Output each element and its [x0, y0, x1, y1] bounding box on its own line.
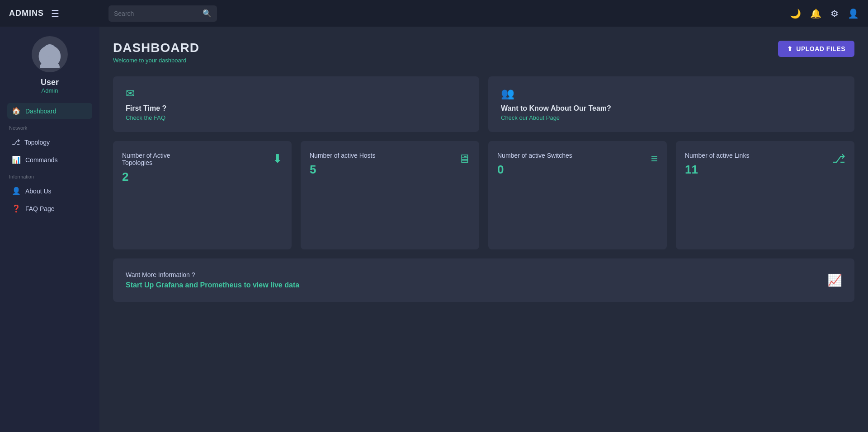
dashboard-title: DASHBOARD [113, 41, 199, 55]
dashboard-header: DASHBOARD Welcome to your dashboard ⬆ UP… [113, 41, 854, 64]
commands-icon: 📊 [12, 155, 21, 164]
about-team-title: Want to Know About Our Team? [501, 104, 842, 113]
chart-icon: 📈 [827, 273, 842, 287]
user-role: Admin [42, 87, 58, 94]
active-switches-label: Number of active Switches [497, 152, 574, 159]
upload-icon: ⬆ [787, 45, 793, 52]
hamburger-icon[interactable]: ☰ [51, 8, 59, 19]
topbar: ADMINS ☰ 🔍 🌙 🔔 ⚙ 👤 [0, 0, 868, 27]
faq-page-label: FAQ Page [25, 205, 55, 212]
active-links-icon: ⎇ [832, 152, 845, 166]
svg-point-1 [40, 61, 60, 68]
dashboard-title-block: DASHBOARD Welcome to your dashboard [113, 41, 199, 64]
dashboard-subtitle: Welcome to your dashboard [113, 57, 199, 64]
faq-page-icon: ❓ [12, 204, 21, 213]
topology-icon: ⎇ [12, 138, 20, 146]
sidebar: ⬤ User Admin 🏠 DashboardNetwork⎇ Topolog… [0, 27, 99, 432]
active-switches-value: 0 [497, 163, 658, 177]
about-us-icon: 👤 [12, 187, 21, 195]
moon-icon[interactable]: 🌙 [790, 8, 801, 19]
bottom-card-link[interactable]: Start Up Grafana and Prometheus to view … [126, 281, 299, 289]
search-wrapper: 🔍 [108, 5, 217, 22]
active-topologies-icon: ⬇ [273, 152, 283, 166]
commands-label: Commands [25, 156, 58, 164]
team-icon: 👥 [501, 87, 842, 100]
active-hosts-card[interactable]: Number of active Hosts 5 🖥 [301, 141, 479, 249]
stats-row: Number of Active Topologies 2 ⬇ Number o… [113, 141, 854, 249]
info-cards-row: ✉ First Time ? Check the FAQ 👥 Want to K… [113, 76, 854, 132]
main-layout: ⬤ User Admin 🏠 DashboardNetwork⎇ Topolog… [0, 27, 868, 432]
active-links-card[interactable]: Number of active Links 11 ⎇ [676, 141, 854, 249]
about-us-label: About Us [25, 188, 52, 195]
main-content: DASHBOARD Welcome to your dashboard ⬆ UP… [99, 27, 868, 432]
sidebar-item-topology[interactable]: ⎇ Topology [7, 134, 92, 150]
user-name: User [41, 78, 59, 87]
svg-point-0 [43, 44, 56, 57]
active-topologies-card[interactable]: Number of Active Topologies 2 ⬇ [113, 141, 292, 249]
bottom-card-text: Want More Information ? Start Up Grafana… [126, 271, 299, 289]
dashboard-label: Dashboard [25, 108, 57, 115]
active-switches-icon: ≡ [651, 152, 658, 166]
about-team-link[interactable]: Check our About Page [501, 114, 842, 121]
active-hosts-icon: 🖥 [458, 152, 470, 166]
active-switches-card[interactable]: Number of active Switches 0 ≡ [488, 141, 667, 249]
bell-icon[interactable]: 🔔 [810, 8, 821, 19]
active-hosts-value: 5 [310, 163, 470, 177]
avatar: ⬤ [32, 36, 68, 72]
active-topologies-value: 2 [122, 170, 283, 184]
brand-title: ADMINS [9, 9, 44, 18]
sidebar-item-dashboard[interactable]: 🏠 Dashboard [7, 103, 92, 119]
active-links-value: 11 [685, 163, 845, 177]
sidebar-nav: 🏠 DashboardNetwork⎇ Topology📊 CommandsIn… [0, 103, 99, 223]
active-topologies-label: Number of Active Topologies [122, 152, 199, 166]
gear-icon[interactable]: ⚙ [830, 8, 839, 19]
search-input[interactable] [114, 10, 201, 17]
sidebar-item-about-us[interactable]: 👤 About Us [7, 183, 92, 199]
sidebar-item-faq-page[interactable]: ❓ FAQ Page [7, 201, 92, 216]
upload-button-label: UPLOAD FILES [796, 45, 845, 52]
first-time-link[interactable]: Check the FAQ [126, 114, 467, 121]
upload-files-button[interactable]: ⬆ UPLOAD FILES [778, 41, 854, 57]
dashboard-icon: 🏠 [12, 107, 21, 115]
about-team-card[interactable]: 👥 Want to Know About Our Team? Check our… [488, 76, 854, 132]
mail-icon: ✉ [126, 87, 467, 100]
active-links-label: Number of active Links [685, 152, 762, 159]
user-icon[interactable]: 👤 [848, 8, 859, 19]
first-time-card[interactable]: ✉ First Time ? Check the FAQ [113, 76, 479, 132]
first-time-title: First Time ? [126, 104, 467, 113]
bottom-card-label: Want More Information ? [126, 271, 299, 278]
topology-label: Topology [24, 139, 50, 146]
nav-section-label-information: Information [7, 174, 92, 179]
topbar-right: 🌙 🔔 ⚙ 👤 [790, 8, 859, 19]
topbar-left: ADMINS ☰ [9, 8, 108, 19]
active-hosts-label: Number of active Hosts [310, 152, 387, 159]
bottom-info-card[interactable]: Want More Information ? Start Up Grafana… [113, 258, 854, 302]
search-icon: 🔍 [203, 9, 212, 18]
nav-section-label-network: Network [7, 125, 92, 131]
sidebar-item-commands[interactable]: 📊 Commands [7, 152, 92, 168]
